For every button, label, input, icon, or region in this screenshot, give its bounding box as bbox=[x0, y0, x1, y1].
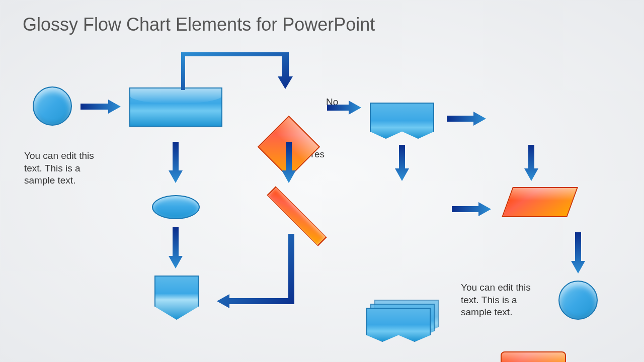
offpage-connector-icon bbox=[154, 276, 199, 320]
arrow-icon bbox=[80, 100, 121, 114]
document-shape-icon bbox=[370, 103, 434, 139]
data-parallelogram-icon bbox=[502, 187, 578, 217]
connector-ellipse-icon bbox=[152, 195, 200, 219]
arrow-icon bbox=[395, 145, 409, 181]
arrow-icon bbox=[215, 234, 298, 312]
end-terminator-icon bbox=[558, 281, 598, 320]
arrow-icon bbox=[571, 232, 585, 274]
arrow-icon bbox=[452, 202, 491, 216]
arrow-icon bbox=[524, 145, 538, 181]
arrow-icon bbox=[282, 142, 296, 183]
multidocument-shape-icon bbox=[366, 300, 439, 342]
slide-title: Glossy Flow Chart Elements for PowerPoin… bbox=[23, 14, 375, 35]
process-rectangle-icon bbox=[129, 87, 222, 127]
display-shape-icon bbox=[501, 351, 566, 362]
sample-text-right: You can edit this text. This is a sample… bbox=[461, 282, 545, 319]
arrow-icon bbox=[169, 227, 183, 268]
arrow-icon bbox=[447, 112, 486, 126]
arrow-icon bbox=[181, 52, 294, 90]
start-terminator-icon bbox=[33, 86, 72, 126]
sample-text-left: You can edit this text. This is a sample… bbox=[24, 150, 109, 187]
arrow-icon bbox=[169, 142, 183, 183]
arrow-icon bbox=[327, 101, 361, 115]
